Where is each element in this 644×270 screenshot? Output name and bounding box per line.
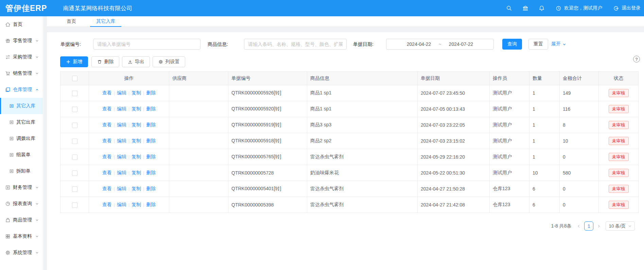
sidebar-item-disassembly[interactable]: 拆卸单: [0, 163, 43, 179]
delete-link[interactable]: 删除: [146, 186, 156, 191]
copy-link[interactable]: 复制: [132, 154, 141, 159]
help-icon[interactable]: ?: [633, 56, 640, 62]
search-icon[interactable]: [506, 5, 512, 11]
edit-link[interactable]: 编辑: [117, 138, 126, 143]
add-button[interactable]: 新增: [60, 56, 88, 67]
edit-link[interactable]: 编辑: [117, 90, 126, 95]
sidebar-item-home[interactable]: 首页: [0, 16, 43, 33]
doc-icon: [9, 152, 14, 157]
copy-link[interactable]: 复制: [132, 170, 141, 175]
edit-link[interactable]: 编辑: [117, 170, 126, 175]
sidebar-item-reports[interactable]: 报表查询: [0, 196, 43, 212]
gear-icon: [158, 59, 163, 64]
select-all-checkbox[interactable]: [72, 76, 77, 81]
cell-product: 商品1 sp1: [307, 101, 418, 117]
row-checkbox[interactable]: [72, 202, 77, 208]
view-link[interactable]: 查看: [102, 138, 112, 143]
cell-product: 雷达杀虫气雾剂: [307, 181, 418, 197]
view-link[interactable]: 查看: [102, 154, 112, 159]
next-page-button[interactable]: [597, 224, 601, 228]
col-header-product: 商品信息: [307, 72, 418, 85]
status-badge: 未审核: [609, 105, 629, 113]
delete-link[interactable]: 删除: [146, 90, 156, 95]
row-checkbox[interactable]: [72, 155, 77, 160]
view-link[interactable]: 查看: [102, 170, 112, 175]
copy-link[interactable]: 复制: [132, 202, 141, 207]
page-size-select[interactable]: 10 条/页: [606, 221, 635, 231]
bank-icon[interactable]: [522, 5, 528, 11]
user-welcome[interactable]: 欢迎您，测试用户: [556, 5, 602, 11]
date-separator: ~: [438, 41, 441, 47]
row-checkbox[interactable]: [72, 170, 77, 176]
cell-order-no: QTRK00000005926[转]: [228, 85, 307, 101]
delete-button[interactable]: 删除: [91, 56, 119, 67]
pie-chart-icon: [5, 201, 11, 206]
export-button[interactable]: 导出: [122, 56, 150, 67]
copy-link[interactable]: 复制: [132, 186, 141, 191]
search-button[interactable]: 查询: [502, 39, 522, 50]
delete-link[interactable]: 删除: [146, 138, 156, 143]
row-checkbox[interactable]: [72, 139, 77, 144]
chevron-down-icon: [562, 42, 566, 46]
page-number[interactable]: 1: [584, 221, 593, 231]
cell-qty: 1: [529, 117, 560, 133]
copy-link[interactable]: 复制: [132, 106, 141, 111]
order-no-input[interactable]: [93, 39, 201, 50]
edit-link[interactable]: 编辑: [117, 106, 126, 111]
prev-page-button[interactable]: [577, 224, 581, 228]
view-link[interactable]: 查看: [102, 122, 112, 127]
product-info-input[interactable]: [244, 39, 347, 50]
view-link[interactable]: 查看: [102, 106, 112, 111]
copy-file-icon: [5, 87, 11, 92]
sidebar-item-system[interactable]: 系统管理: [0, 245, 43, 261]
delete-link[interactable]: 删除: [146, 122, 156, 127]
table-row: 查看|编辑|复制|删除 QTRK00000005919[转] 商品3 sp3 2…: [60, 117, 639, 133]
edit-link[interactable]: 编辑: [117, 122, 126, 127]
edit-link[interactable]: 编辑: [117, 154, 126, 159]
sidebar-item-purchase[interactable]: 采购管理: [0, 49, 43, 65]
sidebar-item-warehouse[interactable]: 仓库管理: [0, 82, 43, 98]
sidebar-item-sales[interactable]: 销售管理: [0, 65, 43, 82]
cell-qty: 1: [529, 85, 560, 101]
row-checkbox[interactable]: [72, 186, 77, 192]
tab-home[interactable]: 首页: [60, 16, 82, 27]
edit-link[interactable]: 编辑: [117, 202, 126, 207]
sidebar-item-products[interactable]: 商品管理: [0, 212, 43, 228]
row-checkbox[interactable]: [72, 107, 77, 112]
expand-link[interactable]: 展开: [551, 39, 566, 50]
col-header-status: 状态: [599, 72, 639, 85]
copy-link[interactable]: 复制: [132, 122, 141, 127]
sidebar-item-transfer-outbound[interactable]: 调拨出库: [0, 130, 43, 147]
trash-icon: [97, 59, 102, 64]
row-checkbox[interactable]: [72, 123, 77, 128]
copy-link[interactable]: 复制: [132, 90, 141, 95]
table-header-row: 操作 供应商 单据编号 商品信息 单据日期 操作员 数量 金额合计 状态: [60, 72, 639, 85]
sidebar-item-other-outbound[interactable]: 其它出库: [0, 114, 43, 130]
logout-button[interactable]: 退出登录: [613, 5, 641, 11]
logout-text: 退出登录: [622, 5, 641, 11]
tab-other-inbound[interactable]: 其它入库: [90, 16, 121, 27]
view-link[interactable]: 查看: [102, 90, 112, 95]
reset-button[interactable]: 重置: [528, 39, 548, 50]
view-link[interactable]: 查看: [102, 186, 112, 191]
sidebar-item-other-inbound[interactable]: 其它入库: [0, 98, 43, 114]
sidebar-item-retail[interactable]: 零售管理: [0, 33, 43, 49]
sidebar-item-assembly[interactable]: 组装单: [0, 147, 43, 163]
cell-order-no: QTRK00000005920[转]: [228, 101, 307, 117]
main-area: 首页 其它入库 单据编号: 商品信息: 单据日期: 2024-04-22 ~ 2…: [47, 16, 644, 270]
cell-operator: 测试用户: [490, 165, 529, 181]
delete-link[interactable]: 删除: [146, 106, 156, 111]
sidebar-item-finance[interactable]: 财务管理: [0, 179, 43, 196]
delete-link[interactable]: 删除: [146, 170, 156, 175]
copy-link[interactable]: 复制: [132, 138, 141, 143]
row-checkbox[interactable]: [72, 91, 77, 96]
edit-link[interactable]: 编辑: [117, 186, 126, 191]
delete-link[interactable]: 删除: [146, 154, 156, 159]
column-settings-button[interactable]: 列设置: [153, 56, 185, 67]
date-range-picker[interactable]: 2024-04-22 ~ 2024-07-22: [386, 39, 494, 50]
view-link[interactable]: 查看: [102, 202, 112, 207]
bell-icon[interactable]: [539, 5, 545, 11]
sidebar-item-basic-data[interactable]: 基本资料: [0, 228, 43, 245]
safe-icon: [5, 185, 11, 190]
delete-link[interactable]: 删除: [146, 202, 156, 207]
